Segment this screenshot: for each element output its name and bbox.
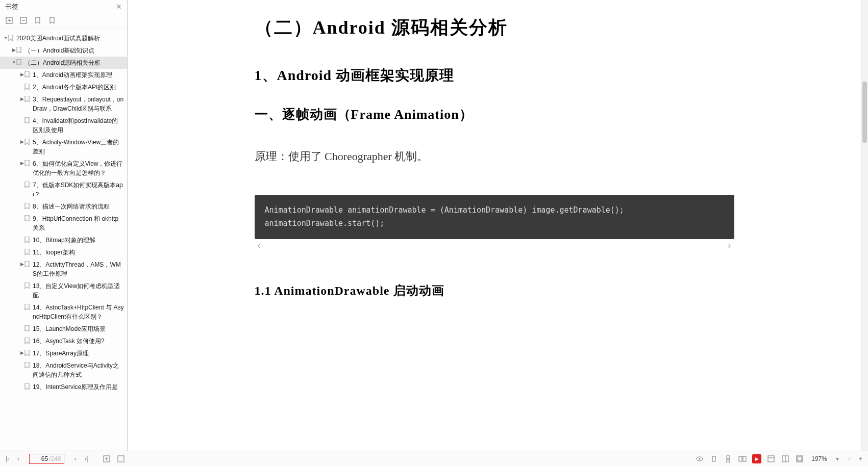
code-prev-icon[interactable]: ‹ (258, 240, 261, 251)
status-bar: |‹ ‹ 65 /248 › ›| ▶ 197% ▾ − + (0, 451, 868, 466)
tree-item[interactable]: ▶17、SpareArray原理 (0, 347, 127, 359)
scrollbar-thumb[interactable] (862, 82, 867, 143)
paragraph: 原理：使用了 Choreographer 机制。 (255, 149, 734, 164)
single-page-icon[interactable] (709, 454, 718, 463)
page-number-input[interactable]: 65 /248 (29, 454, 64, 464)
layout-a-icon[interactable] (766, 454, 776, 463)
tree-item-label: 10、Bitmap对象的理解 (33, 236, 124, 245)
last-page-button[interactable]: ›| (83, 454, 89, 463)
twisty-icon[interactable]: ▶ (19, 71, 24, 79)
tree-item[interactable]: ▶12、ActivityThread，AMS，WMS的工作原理 (0, 258, 127, 280)
close-sidebar-button[interactable]: ✕ (116, 3, 122, 11)
tree-item-label: 13、自定义View如何考虑机型适配 (33, 281, 124, 300)
section-heading-2: 一、逐帧动画（Frame Animation） (255, 106, 734, 123)
prev-page-button[interactable]: ‹ (16, 454, 21, 463)
bookmark-item-icon (16, 47, 22, 53)
tree-item-label: 5、Activity-Window-View三者的差别 (33, 138, 124, 156)
code-content: AnimationDrawable animationDrawable = (A… (255, 195, 734, 239)
code-block: AnimationDrawable animationDrawable = (A… (255, 195, 734, 252)
play-button[interactable]: ▶ (752, 454, 761, 463)
tree-item[interactable]: 2、Android各个版本API的区别 (0, 81, 127, 93)
two-page-icon[interactable] (738, 454, 747, 463)
first-page-button[interactable]: |‹ (4, 454, 11, 463)
tree-item-label: 4、invalidate和postInvalidate的区别及使用 (33, 116, 124, 135)
bookmark-item-icon (16, 59, 22, 65)
code-next-icon[interactable]: › (728, 240, 731, 251)
svg-point-10 (699, 458, 701, 459)
tree-item[interactable]: 18、AndroidService与Activity之间通信的几种方式 (0, 359, 127, 381)
svg-rect-15 (743, 456, 746, 461)
svg-rect-14 (739, 456, 742, 461)
bookmark-ribbon-icon[interactable] (48, 16, 56, 24)
tree-item[interactable]: 13、自定义View如何考虑机型适配 (0, 280, 127, 301)
bookmark-item-icon (24, 71, 31, 77)
tree-item[interactable]: 11、looper架构 (0, 246, 127, 258)
tree-item-label: 16、AsyncTask 如何使用? (33, 336, 124, 346)
sidebar-title: 书签 (5, 2, 18, 11)
tree-item-label: 14、AstncTask+HttpClient 与 AsyncHttpClien… (33, 303, 124, 321)
fit-width-icon[interactable] (116, 454, 126, 463)
tree-root-label: 2020美团Android面试真题解析 (16, 34, 124, 43)
bookmark-item-icon (24, 182, 31, 188)
twisty-icon[interactable]: ▶ (19, 139, 24, 146)
tree-item-label: 12、ActivityThread，AMS，WMS的工作原理 (33, 260, 124, 278)
tree-item[interactable]: 8、描述一次网络请求的流程 (0, 200, 127, 213)
zoom-in-button[interactable]: + (857, 454, 864, 463)
twisty-icon[interactable]: ▾ (11, 59, 16, 66)
tree-item[interactable]: ▶5、Activity-Window-View三者的差别 (0, 136, 127, 158)
tree-root[interactable]: ▾ 2020美团Android面试真题解析 (0, 32, 127, 44)
tree-item[interactable]: ▶6、如何优化自定义View，你进行优化的一般方向是怎样的？ (0, 158, 127, 179)
tree-item[interactable]: ▶1、Android动画框架实现原理 (0, 69, 127, 81)
tree-item[interactable]: ▶（一）Android基础知识点 (0, 44, 127, 57)
twisty-icon[interactable]: ▶ (19, 350, 24, 357)
bookmark-item-icon (24, 304, 31, 310)
tree-item-label: 8、描述一次网络请求的流程 (33, 202, 124, 211)
svg-rect-13 (727, 459, 730, 462)
document-viewport[interactable]: （二）Android 源码相关分析 1、Android 动画框架实现原理 一、逐… (128, 0, 861, 451)
tree-item[interactable]: ▶3、Requestlayout，onlayout，onDraw，DrawChi… (0, 93, 127, 115)
continuous-page-icon[interactable] (724, 454, 733, 463)
section-heading-1: 1、Android 动画框架实现原理 (255, 66, 734, 85)
bookmark-icon[interactable] (34, 16, 42, 24)
svg-rect-11 (712, 456, 715, 461)
bookmark-item-icon (24, 215, 31, 221)
twisty-icon[interactable]: ▾ (3, 35, 8, 42)
tree-item[interactable]: 19、IntentService原理及作用是 (0, 381, 127, 393)
vertical-scrollbar[interactable] (861, 0, 868, 451)
tree-item[interactable]: 9、HttpUrlConnection 和 okhttp关系 (0, 213, 127, 234)
twisty-icon[interactable]: ▶ (11, 47, 16, 54)
bookmark-item-icon (24, 383, 31, 390)
bookmark-item-icon (24, 160, 31, 166)
layout-c-icon[interactable] (795, 454, 804, 463)
tree-item-label: 15、LaunchMode应用场景 (33, 324, 124, 333)
fit-page-icon[interactable] (102, 454, 111, 463)
bookmarks-sidebar: 书签 ✕ ▾ 2020美团Android面试真题解析 ▶（一）Android基础… (0, 0, 128, 451)
bookmark-item-icon (24, 237, 31, 243)
svg-rect-21 (798, 457, 802, 461)
tree-item-label: 2、Android各个版本API的区别 (33, 83, 124, 92)
eye-icon[interactable] (695, 454, 704, 463)
bookmark-item-icon (24, 325, 31, 331)
tree-item[interactable]: 10、Bitmap对象的理解 (0, 234, 127, 246)
collapse-all-icon[interactable] (19, 16, 28, 24)
tree-item-label: 18、AndroidService与Activity之间通信的几种方式 (33, 361, 124, 379)
tree-item-label: 1、Android动画框架实现原理 (33, 70, 124, 80)
next-page-button[interactable]: › (72, 454, 78, 463)
tree-item[interactable]: ▾（二）Android源码相关分析 (0, 57, 127, 69)
twisty-icon[interactable]: ▶ (19, 96, 24, 103)
tree-item[interactable]: 16、AsyncTask 如何使用? (0, 335, 127, 347)
tree-item[interactable]: 15、LaunchMode应用场景 (0, 323, 127, 335)
layout-b-icon[interactable] (781, 454, 790, 463)
bookmark-item-icon (24, 96, 31, 102)
tree-item[interactable]: 7、低版本SDK如何实现高版本api？ (0, 179, 127, 200)
bookmark-item-icon (24, 139, 31, 145)
zoom-dropdown-icon[interactable]: ▾ (834, 454, 840, 463)
twisty-icon[interactable]: ▶ (19, 261, 24, 268)
bookmark-item-icon (24, 338, 31, 344)
bookmark-item-icon (24, 350, 31, 356)
tree-item[interactable]: 14、AstncTask+HttpClient 与 AsyncHttpClien… (0, 301, 127, 323)
expand-all-icon[interactable] (5, 16, 13, 24)
twisty-icon[interactable]: ▶ (19, 160, 24, 167)
zoom-out-button[interactable]: − (846, 454, 852, 463)
tree-item[interactable]: 4、invalidate和postInvalidate的区别及使用 (0, 115, 127, 136)
